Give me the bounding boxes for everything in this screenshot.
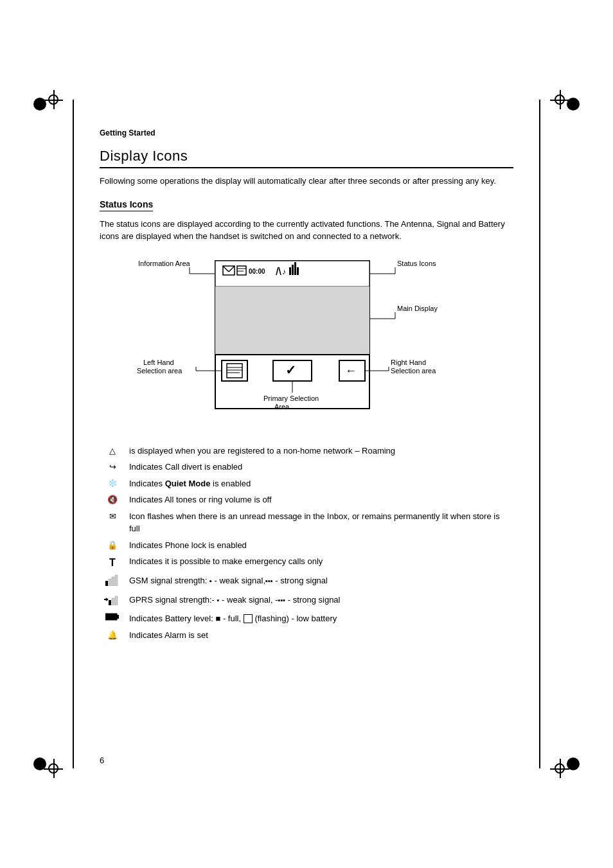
icon-row-phonelock: 🔒 Indicates Phone lock is enabled — [100, 537, 513, 554]
icon-row-message: ✉ Icon flashes when there is an unread m… — [100, 508, 513, 537]
svg-rect-47 — [105, 581, 108, 586]
icon-quiet: ❄️ — [100, 475, 125, 492]
icon-row-emergency: T Indicates it is possible to make emerg… — [100, 553, 513, 572]
svg-text:Information Area: Information Area — [138, 260, 191, 267]
icon-phonelock-desc: Indicates Phone lock is enabled — [125, 537, 513, 554]
icon-emergency: T — [100, 553, 125, 572]
svg-text:Selection area: Selection area — [391, 367, 436, 375]
icon-row-battery: Indicates Battery level: ■ - full, (flas… — [100, 610, 513, 627]
icon-row-gprs: GPRS signal strength:- ▪ - weak signal, … — [100, 592, 513, 611]
icon-row-roaming: △ is displayed when you are registered t… — [100, 443, 513, 459]
icon-battery-desc: Indicates Battery level: ■ - full, (flas… — [125, 610, 513, 627]
svg-rect-12 — [289, 267, 291, 275]
svg-rect-48 — [109, 579, 111, 586]
icon-phonelock: 🔒 — [100, 537, 125, 554]
svg-text:Status Icons: Status Icons — [397, 260, 436, 267]
status-icons-body: The status icons are displayed according… — [100, 218, 513, 243]
registration-bullet-br — [567, 757, 580, 770]
icon-row-quiet: ❄️ Indicates Quiet Mode is enabled — [100, 475, 513, 492]
icon-divert: ↪ — [100, 459, 125, 475]
svg-text:00:00: 00:00 — [249, 268, 265, 275]
svg-rect-49 — [112, 577, 114, 586]
status-icons-section-title: Status Icons — [100, 199, 153, 211]
icons-table: △ is displayed when you are registered t… — [100, 443, 513, 644]
registration-bullet-tr — [567, 98, 580, 111]
icon-row-gsm: GSM signal strength: ▪ - weak signal,▪▪▪… — [100, 572, 513, 592]
border-line-right — [539, 100, 540, 768]
registration-bullet-bl — [33, 757, 46, 770]
icon-gsm-desc: GSM signal strength: ▪ - weak signal,▪▪▪… — [125, 572, 513, 592]
icon-mute: 🔇 — [100, 492, 125, 508]
svg-rect-14 — [294, 262, 296, 275]
svg-rect-56 — [115, 596, 118, 605]
icon-row-mute: 🔇 Indicates All tones or ring volume is … — [100, 492, 513, 508]
svg-rect-55 — [112, 598, 114, 605]
icon-gsm — [100, 572, 125, 592]
intro-text: Following some operations the display wi… — [100, 175, 513, 188]
icon-battery — [100, 610, 125, 627]
icon-alarm: 🔔 — [100, 627, 125, 644]
icon-gprs — [100, 592, 125, 611]
svg-rect-16 — [215, 287, 369, 354]
svg-rect-13 — [292, 265, 294, 275]
svg-rect-17 — [215, 354, 369, 355]
icon-quiet-desc: Indicates Quiet Mode is enabled — [125, 475, 513, 492]
registration-bullet-tl — [33, 98, 46, 111]
icon-message-desc: Icon flashes when there is an unread mes… — [125, 508, 513, 537]
icon-roaming: △ — [100, 443, 125, 459]
icon-roaming-desc: is displayed when you are registered to … — [125, 443, 513, 459]
page-title: Display Icons — [100, 148, 513, 168]
border-line-left — [73, 100, 74, 768]
icon-row-divert: ↪ Indicates Call divert is enabled — [100, 459, 513, 475]
svg-text:♪: ♪ — [282, 267, 286, 276]
icon-row-alarm: 🔔 Indicates Alarm is set — [100, 627, 513, 644]
icon-emergency-desc: Indicates it is possible to make emergen… — [125, 553, 513, 572]
svg-text:Right Hand: Right Hand — [391, 359, 426, 366]
svg-text:Main Display: Main Display — [397, 305, 438, 312]
page-number: 6 — [100, 756, 104, 765]
svg-text:Area: Area — [274, 403, 290, 411]
svg-text:Primary Selection: Primary Selection — [263, 394, 319, 402]
icon-mute-desc: Indicates All tones or ring volume is of… — [125, 492, 513, 508]
svg-rect-54 — [109, 600, 111, 605]
svg-rect-57 — [105, 614, 117, 620]
icon-message: ✉ — [100, 508, 125, 537]
svg-text:✓: ✓ — [285, 363, 296, 377]
svg-text:←: ← — [345, 364, 357, 377]
svg-rect-15 — [297, 267, 299, 275]
icon-gprs-desc: GPRS signal strength:- ▪ - weak signal, … — [125, 592, 513, 611]
section-label: Getting Started — [100, 128, 513, 137]
svg-rect-58 — [117, 615, 119, 619]
icon-alarm-desc: Indicates Alarm is set — [125, 627, 513, 644]
svg-text:Selection area: Selection area — [137, 367, 182, 375]
svg-rect-50 — [115, 575, 118, 586]
phone-diagram: 00:00 ♪ ✓ — [100, 254, 513, 430]
svg-text:Left Hand: Left Hand — [143, 359, 174, 366]
icon-divert-desc: Indicates Call divert is enabled — [125, 459, 513, 475]
